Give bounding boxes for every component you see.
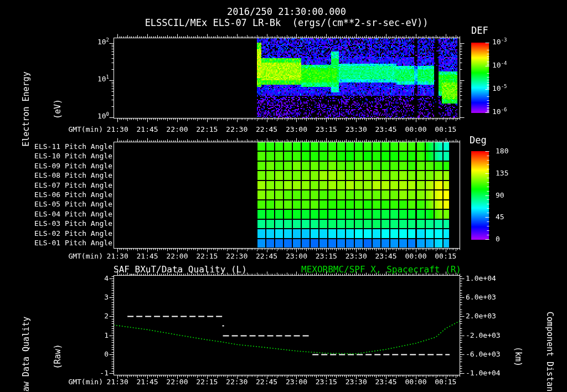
km-tick-label: -2.0e+03 [466, 331, 501, 340]
els-row-label: ELS-05 Pitch Angle [34, 200, 112, 209]
time-tick-label: 22:00 [161, 252, 194, 261]
deg-tick-label: 90 [496, 191, 504, 200]
deg-tick-label: 135 [496, 169, 508, 178]
time-tick-label: 00:15 [429, 252, 462, 261]
time-tick-label: 00:00 [399, 378, 432, 386]
deg-tick-label: 0 [496, 235, 500, 244]
time-tick-label: 23:15 [310, 378, 343, 386]
def-tick-label: 10-5 [492, 84, 507, 93]
def-colorbar-label: DEF [471, 25, 488, 36]
time-tick-label: 23:30 [339, 252, 373, 261]
gmt-label-middle: GMT(min) [55, 252, 103, 261]
timestamp-title: 2016/250 21:30:00.000 [114, 6, 460, 17]
time-tick-label: 23:30 [339, 378, 373, 386]
time-tick-label: 22:00 [161, 125, 194, 134]
time-tick-label: 23:00 [280, 378, 313, 386]
time-tick-label: 21:30 [101, 252, 134, 261]
els-row-label: ELS-06 Pitch Angle [34, 190, 112, 199]
time-tick-label: 00:00 [399, 252, 432, 261]
km-tick-label: -1.0e+04 [466, 369, 501, 378]
timeseries-right-axis-label-line1: Component Distance [544, 304, 555, 392]
time-tick-label: 22:30 [220, 252, 254, 261]
gmt-label-bottom: GMT(min) [55, 378, 103, 386]
time-tick-label: 22:45 [250, 378, 284, 386]
def-tick-label: 10-6 [492, 107, 507, 116]
energy-tick-label: 100 [90, 112, 109, 121]
time-tick-label: 23:30 [339, 125, 373, 134]
timeseries-right-axis-label: Component Distance (km) [492, 304, 567, 392]
time-tick-label: 23:45 [369, 252, 403, 261]
time-tick-label: 22:30 [220, 378, 254, 386]
energy-tick-label: 101 [90, 75, 109, 84]
time-tick-label: 22:15 [190, 252, 224, 261]
gmt-label-top: GMT(min) [55, 125, 103, 134]
els-row-label: ELS-04 Pitch Angle [34, 210, 112, 219]
time-tick-label: 22:45 [250, 252, 284, 261]
raw-tick-label: 1 [89, 331, 109, 340]
spectrogram-title: ELSSCIL/MEx ELS-07 LR-Bk (ergs/(cm**2-sr… [58, 17, 515, 28]
time-tick-label: 21:45 [131, 125, 164, 134]
time-tick-label: 22:00 [161, 378, 194, 386]
els-row-label: ELS-08 Pitch Angle [34, 171, 112, 180]
time-tick-label: 23:15 [310, 252, 343, 261]
time-tick-label: 22:15 [190, 378, 224, 386]
raw-tick-label: -1 [89, 369, 109, 378]
raw-tick-label: 3 [89, 293, 109, 302]
deg-tick-label: 180 [496, 147, 508, 156]
deg-tick-label: 45 [496, 213, 504, 221]
spectrogram-y-axis-label-line2: (eV) [53, 65, 63, 154]
time-tick-label: 23:00 [280, 252, 313, 261]
els-row-label: ELS-10 Pitch Angle [34, 152, 112, 161]
km-tick-label: 2.0e+03 [466, 312, 496, 321]
els-row-label: ELS-03 Pitch Angle [34, 219, 112, 228]
timeseries-right-series-title: MEXORBMC/SPF X, Spacecraft (R) [295, 265, 461, 275]
els-row-label: ELS-02 Pitch Angle [34, 229, 112, 238]
timeseries-left-series-title: SAF_BXuT/Data Quality (L) [114, 265, 247, 275]
els-row-label: ELS-07 Pitch Angle [34, 181, 112, 190]
time-tick-label: 00:15 [429, 125, 462, 134]
def-tick-label: 10-4 [492, 61, 507, 70]
km-tick-label: 6.0e+03 [466, 293, 496, 302]
time-tick-label: 23:45 [369, 125, 403, 134]
km-tick-label: -6.0e+03 [466, 350, 501, 359]
time-tick-label: 22:30 [220, 125, 254, 134]
deg-colorbar-label: Deg [470, 135, 487, 146]
els-row-label: ELS-09 Pitch Angle [34, 162, 112, 171]
raw-tick-label: 0 [89, 350, 109, 359]
def-tick-label: 10-3 [492, 38, 507, 47]
energy-tick-label: 102 [90, 38, 109, 47]
raw-tick-label: 4 [89, 274, 109, 283]
time-tick-label: 23:00 [280, 125, 313, 134]
time-tick-label: 21:30 [101, 378, 134, 386]
els-row-label: ELS-11 Pitch Angle [34, 142, 112, 151]
plot-page: 2016/250 21:30:00.000 ELSSCIL/MEx ELS-07… [0, 0, 567, 392]
time-tick-label: 21:45 [131, 378, 164, 386]
time-tick-label: 22:15 [190, 125, 224, 134]
spectrogram-y-axis-label-line1: Electron Energy [21, 65, 32, 154]
km-tick-label: 1.0e+04 [466, 274, 496, 283]
timeseries-right-axis-label-line2: (km) [513, 304, 523, 392]
spectrogram-y-axis-label: Electron Energy (eV) [0, 65, 84, 154]
timeseries-left-axis-label-line1: Raw Data Quality [21, 310, 32, 392]
time-tick-label: 21:30 [101, 125, 134, 134]
time-tick-label: 22:45 [250, 125, 284, 134]
els-row-label: ELS-01 Pitch Angle [34, 239, 112, 247]
time-tick-label: 00:15 [429, 378, 462, 386]
time-tick-label: 23:45 [369, 378, 403, 386]
raw-tick-label: 2 [89, 312, 109, 321]
time-tick-label: 00:00 [399, 125, 432, 134]
time-tick-label: 23:15 [310, 125, 343, 134]
time-tick-label: 21:45 [131, 252, 164, 261]
